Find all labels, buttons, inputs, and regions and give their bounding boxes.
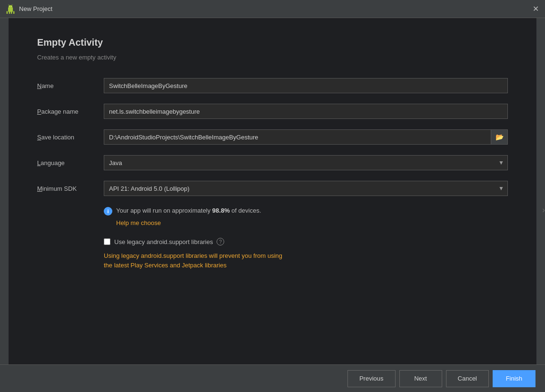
- legacy-support-warning: Using legacy android.support libraries w…: [104, 251, 508, 270]
- legacy-support-checkbox[interactable]: [104, 238, 110, 245]
- dialog-area: Empty Activity Creates a new empty activ…: [9, 18, 536, 392]
- save-location-input[interactable]: [104, 129, 491, 145]
- android-logo-icon: [6, 4, 15, 14]
- window-title: New Project: [19, 5, 52, 12]
- folder-icon: 📂: [495, 133, 504, 141]
- info-text: Your app will run on approximately 98.8%…: [116, 206, 261, 215]
- svg-line-4: [12, 4, 12, 5]
- minimum-sdk-label: Minimum SDK: [37, 185, 104, 192]
- close-button[interactable]: ✕: [532, 5, 539, 13]
- name-row: Name: [37, 78, 508, 93]
- info-icon: i: [104, 207, 112, 216]
- help-me-choose-link[interactable]: Help me choose: [116, 219, 161, 226]
- save-location-row: Save location 📂: [37, 129, 508, 145]
- svg-line-3: [9, 4, 9, 5]
- legacy-support-label: Use legacy android.support libraries: [114, 238, 213, 245]
- right-edge: ›: [536, 18, 545, 392]
- browse-folder-button[interactable]: 📂: [491, 129, 508, 145]
- next-button[interactable]: Next: [399, 370, 442, 387]
- name-input[interactable]: [104, 78, 508, 93]
- title-bar: New Project ✕: [0, 0, 545, 18]
- package-name-label: Package name: [37, 108, 104, 115]
- button-bar: Previous Next Cancel Finish: [0, 364, 545, 392]
- left-sidebar: [0, 18, 9, 392]
- package-name-input[interactable]: [104, 104, 508, 119]
- svg-point-0: [9, 5, 12, 8]
- cancel-button[interactable]: Cancel: [446, 370, 489, 387]
- main-content: Empty Activity Creates a new empty activ…: [0, 18, 545, 392]
- finish-button[interactable]: Finish: [493, 370, 535, 387]
- info-row: i Your app will run on approximately 98.…: [104, 206, 508, 216]
- info-section: i Your app will run on approximately 98.…: [104, 206, 508, 226]
- info-highlight: 98.8%: [212, 207, 230, 214]
- save-location-input-group: 📂: [104, 129, 508, 145]
- info-suffix: of devices.: [230, 207, 261, 214]
- warning-line1: Using legacy android.support libraries w…: [104, 252, 282, 259]
- right-edge-arrow-icon: ›: [542, 205, 545, 215]
- name-label: Name: [37, 82, 104, 89]
- language-select-wrapper: Java Kotlin ▼: [104, 155, 508, 170]
- legacy-support-row: Use legacy android.support libraries ?: [104, 238, 508, 245]
- legacy-support-help-icon[interactable]: ?: [217, 238, 224, 245]
- language-row: Language Java Kotlin ▼: [37, 155, 508, 170]
- dialog-heading: Empty Activity: [37, 37, 508, 48]
- name-label-text: Name: [37, 82, 54, 89]
- language-label: Language: [37, 159, 104, 167]
- language-select[interactable]: Java Kotlin: [104, 155, 508, 170]
- svg-point-2: [11, 6, 11, 7]
- minimum-sdk-row: Minimum SDK API 21: Android 5.0 (Lollipo…: [37, 181, 508, 196]
- package-name-label-text: Package name: [37, 108, 79, 115]
- dialog-subtitle: Creates a new empty activity: [37, 54, 508, 61]
- package-name-row: Package name: [37, 104, 508, 119]
- svg-point-1: [10, 6, 10, 7]
- minimum-sdk-select[interactable]: API 21: Android 5.0 (Lollipop) API 16: A…: [104, 181, 508, 196]
- warning-line2: the latest Play Services and Jetpack lib…: [104, 262, 227, 269]
- info-prefix: Your app will run on approximately: [116, 207, 212, 214]
- title-bar-left: New Project: [6, 4, 52, 14]
- minimum-sdk-label-text: Minimum SDK: [37, 185, 77, 192]
- save-location-label-text: Save location: [37, 134, 74, 141]
- previous-button[interactable]: Previous: [347, 370, 396, 387]
- minimum-sdk-select-wrapper: API 21: Android 5.0 (Lollipop) API 16: A…: [104, 181, 508, 196]
- language-label-text: Language: [37, 159, 65, 167]
- save-location-label: Save location: [37, 134, 104, 141]
